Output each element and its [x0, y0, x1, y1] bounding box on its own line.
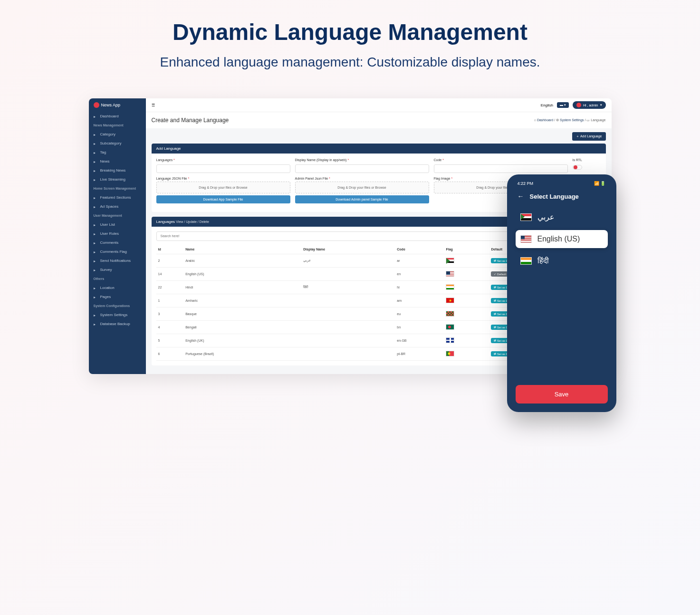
lang-switcher[interactable]: ▬ ▾ — [557, 102, 569, 108]
topbar: ☰ English ▬ ▾ Hi , admin ▾ — [146, 98, 612, 112]
roles-icon: ▸ — [94, 232, 97, 236]
sidebar-item[interactable]: ▸Survey — [89, 265, 146, 274]
sidebar-item-label: Comments — [100, 240, 119, 245]
phone-language-item[interactable]: English (US) — [516, 230, 608, 248]
user-icon: ▸ — [94, 223, 97, 227]
hero-title: Dynamic Language Management — [10, 19, 690, 45]
th-flag[interactable]: Flag — [444, 245, 489, 254]
sidebar-item[interactable]: ▸Live Streaming — [89, 175, 146, 184]
code-label: Code * — [434, 158, 568, 162]
phone-mockup: 4:22 PM 📶 🔋 ← Select Language عربيEnglis… — [507, 174, 616, 412]
sidebar-item[interactable]: ▸Featured Sections — [89, 193, 146, 202]
lang-icon: ▭ — [586, 118, 590, 122]
phone-language-item[interactable]: عربي — [516, 208, 608, 226]
sidebar-item[interactable]: ▸Dashboard — [89, 112, 146, 121]
sidebar-item-label: Pages — [100, 295, 111, 299]
sidebar-item-label: Database Backup — [100, 322, 130, 326]
flag-icon — [446, 284, 454, 290]
back-icon[interactable]: ← — [518, 192, 524, 200]
add-language-button[interactable]: ＋ Add Language — [572, 132, 605, 141]
sidebar-brand[interactable]: News App — [89, 98, 146, 112]
comments-icon: ▸ — [94, 241, 97, 245]
sidebar-header: News Management — [89, 121, 146, 130]
sidebar-item-label: Subcategory — [100, 141, 122, 145]
sidebar-item[interactable]: ▸Ad Spaces — [89, 202, 146, 211]
sidebar-item[interactable]: ▸News — [89, 157, 146, 166]
logo-icon — [94, 102, 99, 108]
user-greeting: Hi , admin — [583, 104, 598, 107]
phone-item-label: عربي — [537, 212, 555, 221]
category-icon: ▸ — [94, 133, 97, 136]
sidebar-item[interactable]: ▸Subcategory — [89, 139, 146, 148]
phone-title: Select Language — [530, 193, 579, 200]
flag-icon — [446, 258, 454, 263]
sidebar-item[interactable]: ▸Send Notifications — [89, 256, 146, 265]
display-name-input[interactable] — [295, 164, 429, 173]
sidebar-item[interactable]: ▸Pages — [89, 292, 146, 301]
save-button[interactable]: Save — [516, 385, 608, 404]
flag-icon — [446, 271, 454, 277]
featured-icon: ▸ — [94, 196, 97, 200]
home-icon: ⌂ — [534, 118, 536, 122]
tag-icon: ▸ — [94, 151, 97, 154]
sidebar-item[interactable]: ▸Category — [89, 130, 146, 139]
sidebar-item[interactable]: ▸Breaking News — [89, 166, 146, 175]
sidebar-item[interactable]: ▸Database Backup — [89, 319, 146, 328]
sidebar-item[interactable]: ▸Comments — [89, 238, 146, 247]
sidebar-item-label: Location — [100, 286, 115, 290]
sidebar-item[interactable]: ▸System Settings — [89, 310, 146, 319]
th-id[interactable]: Id — [156, 245, 184, 254]
sidebar-header: Home Screen Management — [89, 184, 146, 193]
flag-icon — [446, 351, 454, 356]
code-input[interactable] — [434, 164, 568, 173]
breadcrumb-settings[interactable]: System Settings — [560, 118, 584, 122]
admin-json-dropzone[interactable]: Drag & Drop your files or Browse — [295, 182, 429, 193]
phone-header: ← Select Language — [511, 189, 613, 204]
th-code[interactable]: Code — [395, 245, 444, 254]
page-header: Create and Manage Language ⌂ Dashboard /… — [146, 112, 612, 128]
flag-icon — [446, 298, 454, 303]
sidebar-item-label: System Settings — [100, 313, 128, 317]
breadcrumb: ⌂ Dashboard / ⚙ System Settings / ▭ Lang… — [534, 118, 606, 122]
breaking-icon: ▸ — [94, 169, 97, 173]
download-admin-sample-button[interactable]: Download Admin panel Sample File — [295, 195, 429, 203]
th-display[interactable]: Display Name — [301, 245, 395, 254]
phone-statusbar: 4:22 PM 📶 🔋 — [511, 178, 613, 189]
sidebar-item-label: User Roles — [100, 231, 119, 236]
page-title: Create and Manage Language — [152, 117, 229, 124]
phone-item-label: हिंदी — [537, 257, 549, 265]
json-dropzone[interactable]: Drag & Drop your files or Browse — [156, 182, 290, 193]
sidebar-item[interactable]: ▸User Roles — [89, 229, 146, 238]
sidebar-item[interactable]: ▸User List — [89, 220, 146, 229]
sidebar-header: User Management — [89, 211, 146, 220]
download-app-sample-button[interactable]: Download App Sample File — [156, 195, 290, 203]
sidebar-item-label: Dashboard — [100, 114, 119, 118]
languages-input[interactable] — [156, 164, 290, 173]
ads-icon: ▸ — [94, 205, 97, 209]
sidebar-item-label: Survey — [100, 268, 112, 272]
sidebar-item-label: Category — [100, 132, 115, 136]
sidebar-item-label: Ad Spaces — [100, 204, 119, 209]
flag-icon — [520, 235, 532, 243]
backup-icon: ▸ — [94, 322, 97, 326]
sidebar-item[interactable]: ▸Comments Flag — [89, 247, 146, 256]
th-name[interactable]: Name — [183, 245, 301, 254]
breadcrumb-dashboard[interactable]: Dashboard — [537, 118, 553, 122]
hamburger-icon[interactable]: ☰ — [152, 103, 155, 107]
admin-json-label: Admin Panel Json File * — [295, 177, 429, 180]
chevron-down-icon: ▾ — [600, 103, 602, 107]
sidebar-item[interactable]: ▸Location — [89, 283, 146, 292]
json-label: Language JSON File * — [156, 177, 290, 180]
display-name-label: Display Name (Display in app/web) * — [295, 158, 429, 162]
sidebar-item-label: Featured Sections — [100, 195, 131, 200]
search-input[interactable] — [156, 231, 567, 241]
sidebar-item[interactable]: ▸Tag — [89, 148, 146, 157]
subcategory-icon: ▸ — [94, 142, 97, 145]
sidebar-item-label: Live Streaming — [100, 177, 125, 182]
flag-icon — [446, 324, 454, 330]
user-menu[interactable]: Hi , admin ▾ — [573, 101, 606, 109]
phone-language-item[interactable]: हिंदी — [516, 252, 608, 270]
rtl-toggle[interactable] — [573, 165, 582, 170]
phone-time: 4:22 PM — [518, 181, 534, 186]
sidebar-item-label: News — [100, 159, 110, 163]
